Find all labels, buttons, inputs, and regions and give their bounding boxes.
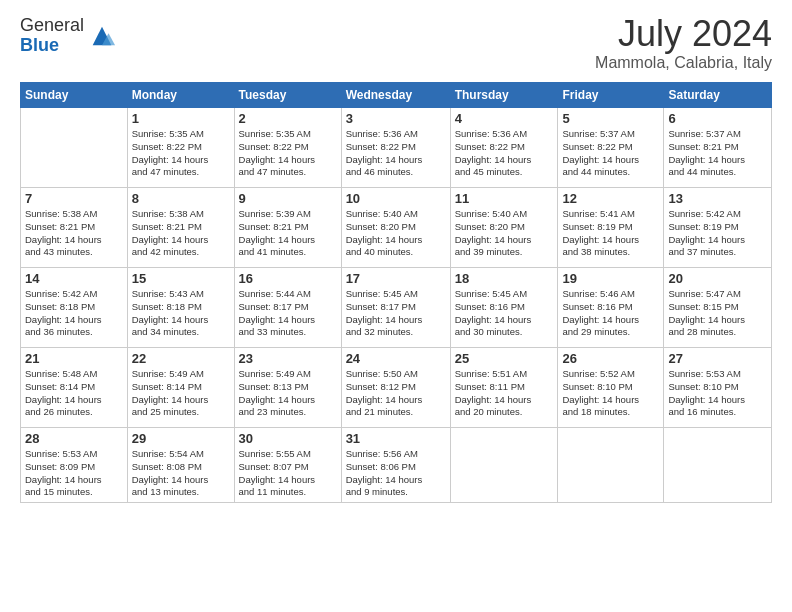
title-month: July 2024 [595,16,772,52]
day-info: Sunrise: 5:48 AM Sunset: 8:14 PM Dayligh… [25,368,123,419]
day-number: 10 [346,191,446,206]
day-number: 3 [346,111,446,126]
day-cell: 10Sunrise: 5:40 AM Sunset: 8:20 PM Dayli… [341,188,450,268]
day-info: Sunrise: 5:37 AM Sunset: 8:22 PM Dayligh… [562,128,659,179]
day-cell: 12Sunrise: 5:41 AM Sunset: 8:19 PM Dayli… [558,188,664,268]
day-info: Sunrise: 5:38 AM Sunset: 8:21 PM Dayligh… [132,208,230,259]
day-info: Sunrise: 5:46 AM Sunset: 8:16 PM Dayligh… [562,288,659,339]
day-number: 8 [132,191,230,206]
day-info: Sunrise: 5:35 AM Sunset: 8:22 PM Dayligh… [239,128,337,179]
header: General Blue July 2024 Mammola, Calabria… [20,16,772,72]
day-cell: 8Sunrise: 5:38 AM Sunset: 8:21 PM Daylig… [127,188,234,268]
day-info: Sunrise: 5:45 AM Sunset: 8:16 PM Dayligh… [455,288,554,339]
day-cell: 20Sunrise: 5:47 AM Sunset: 8:15 PM Dayli… [664,268,772,348]
day-info: Sunrise: 5:56 AM Sunset: 8:06 PM Dayligh… [346,448,446,499]
day-info: Sunrise: 5:35 AM Sunset: 8:22 PM Dayligh… [132,128,230,179]
day-number: 30 [239,431,337,446]
day-info: Sunrise: 5:49 AM Sunset: 8:14 PM Dayligh… [132,368,230,419]
day-number: 28 [25,431,123,446]
day-number: 16 [239,271,337,286]
day-number: 13 [668,191,767,206]
title-block: July 2024 Mammola, Calabria, Italy [595,16,772,72]
day-number: 7 [25,191,123,206]
day-info: Sunrise: 5:45 AM Sunset: 8:17 PM Dayligh… [346,288,446,339]
day-cell: 5Sunrise: 5:37 AM Sunset: 8:22 PM Daylig… [558,108,664,188]
day-number: 6 [668,111,767,126]
day-info: Sunrise: 5:43 AM Sunset: 8:18 PM Dayligh… [132,288,230,339]
day-number: 20 [668,271,767,286]
day-info: Sunrise: 5:37 AM Sunset: 8:21 PM Dayligh… [668,128,767,179]
day-cell: 6Sunrise: 5:37 AM Sunset: 8:21 PM Daylig… [664,108,772,188]
day-cell: 25Sunrise: 5:51 AM Sunset: 8:11 PM Dayli… [450,348,558,428]
week-row-1: 1Sunrise: 5:35 AM Sunset: 8:22 PM Daylig… [21,108,772,188]
day-info: Sunrise: 5:41 AM Sunset: 8:19 PM Dayligh… [562,208,659,259]
day-header-saturday: Saturday [664,83,772,108]
day-info: Sunrise: 5:54 AM Sunset: 8:08 PM Dayligh… [132,448,230,499]
day-info: Sunrise: 5:42 AM Sunset: 8:18 PM Dayligh… [25,288,123,339]
day-info: Sunrise: 5:52 AM Sunset: 8:10 PM Dayligh… [562,368,659,419]
week-row-2: 7Sunrise: 5:38 AM Sunset: 8:21 PM Daylig… [21,188,772,268]
day-cell: 1Sunrise: 5:35 AM Sunset: 8:22 PM Daylig… [127,108,234,188]
day-cell: 21Sunrise: 5:48 AM Sunset: 8:14 PM Dayli… [21,348,128,428]
day-info: Sunrise: 5:44 AM Sunset: 8:17 PM Dayligh… [239,288,337,339]
day-cell: 3Sunrise: 5:36 AM Sunset: 8:22 PM Daylig… [341,108,450,188]
day-header-wednesday: Wednesday [341,83,450,108]
day-cell: 18Sunrise: 5:45 AM Sunset: 8:16 PM Dayli… [450,268,558,348]
day-cell: 17Sunrise: 5:45 AM Sunset: 8:17 PM Dayli… [341,268,450,348]
week-row-4: 21Sunrise: 5:48 AM Sunset: 8:14 PM Dayli… [21,348,772,428]
day-info: Sunrise: 5:40 AM Sunset: 8:20 PM Dayligh… [455,208,554,259]
day-cell: 19Sunrise: 5:46 AM Sunset: 8:16 PM Dayli… [558,268,664,348]
day-number: 9 [239,191,337,206]
day-number: 15 [132,271,230,286]
day-cell [558,428,664,503]
day-info: Sunrise: 5:49 AM Sunset: 8:13 PM Dayligh… [239,368,337,419]
day-info: Sunrise: 5:47 AM Sunset: 8:15 PM Dayligh… [668,288,767,339]
day-number: 18 [455,271,554,286]
day-number: 12 [562,191,659,206]
day-cell: 28Sunrise: 5:53 AM Sunset: 8:09 PM Dayli… [21,428,128,503]
day-info: Sunrise: 5:53 AM Sunset: 8:09 PM Dayligh… [25,448,123,499]
day-info: Sunrise: 5:40 AM Sunset: 8:20 PM Dayligh… [346,208,446,259]
day-number: 17 [346,271,446,286]
day-number: 5 [562,111,659,126]
day-cell [664,428,772,503]
day-number: 4 [455,111,554,126]
day-number: 21 [25,351,123,366]
day-cell: 26Sunrise: 5:52 AM Sunset: 8:10 PM Dayli… [558,348,664,428]
calendar-table: SundayMondayTuesdayWednesdayThursdayFrid… [20,82,772,503]
day-cell: 16Sunrise: 5:44 AM Sunset: 8:17 PM Dayli… [234,268,341,348]
day-info: Sunrise: 5:42 AM Sunset: 8:19 PM Dayligh… [668,208,767,259]
day-info: Sunrise: 5:38 AM Sunset: 8:21 PM Dayligh… [25,208,123,259]
day-cell: 24Sunrise: 5:50 AM Sunset: 8:12 PM Dayli… [341,348,450,428]
header-row: SundayMondayTuesdayWednesdayThursdayFrid… [21,83,772,108]
day-number: 24 [346,351,446,366]
logo: General Blue [20,16,116,56]
logo-text: General Blue [20,16,84,56]
day-info: Sunrise: 5:50 AM Sunset: 8:12 PM Dayligh… [346,368,446,419]
day-number: 31 [346,431,446,446]
day-header-tuesday: Tuesday [234,83,341,108]
day-cell: 11Sunrise: 5:40 AM Sunset: 8:20 PM Dayli… [450,188,558,268]
day-number: 14 [25,271,123,286]
week-row-3: 14Sunrise: 5:42 AM Sunset: 8:18 PM Dayli… [21,268,772,348]
day-info: Sunrise: 5:36 AM Sunset: 8:22 PM Dayligh… [455,128,554,179]
day-cell: 4Sunrise: 5:36 AM Sunset: 8:22 PM Daylig… [450,108,558,188]
day-number: 27 [668,351,767,366]
day-cell: 29Sunrise: 5:54 AM Sunset: 8:08 PM Dayli… [127,428,234,503]
day-number: 29 [132,431,230,446]
day-cell [450,428,558,503]
day-info: Sunrise: 5:55 AM Sunset: 8:07 PM Dayligh… [239,448,337,499]
day-number: 26 [562,351,659,366]
day-cell: 30Sunrise: 5:55 AM Sunset: 8:07 PM Dayli… [234,428,341,503]
logo-blue: Blue [20,35,59,55]
day-number: 1 [132,111,230,126]
day-number: 2 [239,111,337,126]
day-cell: 9Sunrise: 5:39 AM Sunset: 8:21 PM Daylig… [234,188,341,268]
day-cell: 22Sunrise: 5:49 AM Sunset: 8:14 PM Dayli… [127,348,234,428]
day-cell: 2Sunrise: 5:35 AM Sunset: 8:22 PM Daylig… [234,108,341,188]
day-cell: 31Sunrise: 5:56 AM Sunset: 8:06 PM Dayli… [341,428,450,503]
day-header-sunday: Sunday [21,83,128,108]
day-cell: 27Sunrise: 5:53 AM Sunset: 8:10 PM Dayli… [664,348,772,428]
day-number: 23 [239,351,337,366]
day-number: 22 [132,351,230,366]
